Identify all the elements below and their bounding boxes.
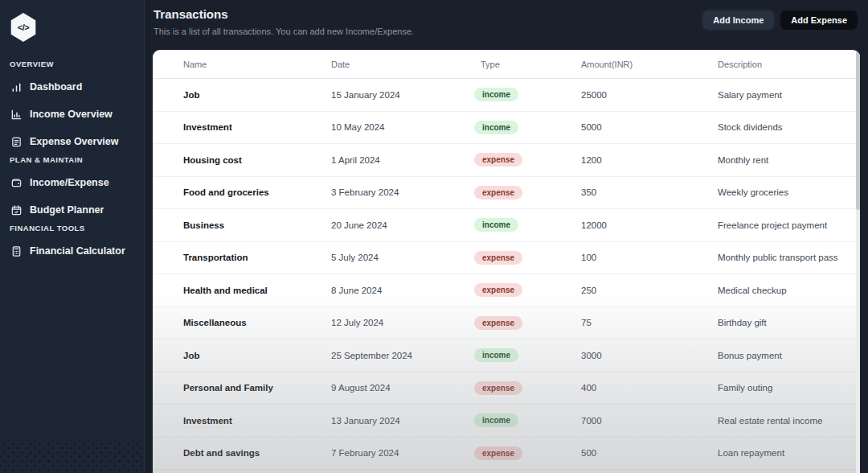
sidebar-item-income-overview[interactable]: Income Overview <box>10 101 134 128</box>
calculator-icon <box>10 245 23 257</box>
scrollbar-thumb[interactable] <box>856 51 860 210</box>
cell-name: Business <box>183 220 331 230</box>
cell-amount: 25000 <box>581 90 718 100</box>
cell-type: income <box>481 348 581 362</box>
table-row[interactable]: Transportation 5 July 2024 expense 100 M… <box>153 242 860 275</box>
cell-type: expense <box>481 316 581 330</box>
table-row[interactable]: Investment 13 January 2024 income 7000 R… <box>153 405 860 438</box>
cell-description: Real estate rental income <box>718 416 860 426</box>
type-badge: income <box>474 348 518 362</box>
table-row[interactable]: Investment 10 May 2024 income 5000 Stock… <box>153 112 860 145</box>
column-header-description: Description <box>718 60 860 69</box>
sidebar-nav: OVERVIEW Dashboard Income Overview Expen… <box>10 60 134 265</box>
type-badge: income <box>474 121 518 134</box>
sidebar-item-financial-calculator[interactable]: Financial Calculator <box>10 237 134 265</box>
chart-column-icon <box>10 109 23 121</box>
sidebar-section-plan-maintain: PLAN & MAINTAIN Income/Expense Budget Pl… <box>10 155 134 224</box>
cell-type: expense <box>481 153 581 167</box>
cell-date: 15 January 2024 <box>331 90 481 100</box>
page-subtitle: This is a list of all transactions. You … <box>154 27 414 36</box>
table-row[interactable]: Debt and savings 7 February 2024 expense… <box>153 438 860 471</box>
cell-description: Freelance project payment <box>718 220 860 230</box>
cell-amount: 250 <box>581 286 718 295</box>
cell-description: Family outing <box>718 383 860 393</box>
cell-amount: 3000 <box>581 351 718 360</box>
cell-type: expense <box>481 381 581 395</box>
sidebar-item-label: Income/Expense <box>30 177 109 188</box>
cell-date: 10 May 2024 <box>331 122 481 132</box>
cell-description: Stock dividends <box>718 122 860 132</box>
cell-description: Birthday gift <box>718 318 860 327</box>
type-badge: expense <box>474 283 522 297</box>
type-badge: expense <box>474 251 522 265</box>
sidebar-item-label: Financial Calculator <box>30 245 125 257</box>
cell-amount: 100 <box>581 253 718 262</box>
cell-type: expense <box>481 446 581 460</box>
bar-chart-icon <box>10 81 23 93</box>
cell-type: income <box>481 218 581 232</box>
cell-description: Loan repayment <box>718 448 860 458</box>
sidebar: </> OVERVIEW Dashboard Income Overview E… <box>0 0 145 473</box>
sidebar-section-overview: OVERVIEW Dashboard Income Overview Expen… <box>10 60 134 155</box>
cell-amount: 350 <box>581 187 718 197</box>
cell-date: 20 June 2024 <box>331 220 481 230</box>
sidebar-item-label: Income Overview <box>30 109 113 120</box>
cell-date: 3 February 2024 <box>331 187 481 197</box>
cell-date: 5 July 2024 <box>331 253 481 262</box>
add-income-button[interactable]: Add Income <box>702 10 774 30</box>
cell-type: income <box>481 413 581 427</box>
cell-description: Weekly groceries <box>718 187 860 197</box>
cell-amount: 7000 <box>581 416 718 426</box>
sidebar-item-income-expense[interactable]: Income/Expense <box>10 169 134 196</box>
cell-date: 9 August 2024 <box>331 383 481 393</box>
sidebar-item-label: Expense Overview <box>30 136 118 147</box>
cell-type: expense <box>481 251 581 265</box>
table-row[interactable]: Housing cost 1 April 2024 expense 1200 M… <box>153 144 860 177</box>
cell-name: Transportation <box>183 253 331 262</box>
cell-date: 1 April 2024 <box>331 155 481 165</box>
cell-description: Bonus payment <box>718 351 860 360</box>
cell-amount: 500 <box>581 448 718 458</box>
cell-type: income <box>481 121 581 134</box>
sidebar-item-dashboard[interactable]: Dashboard <box>10 73 134 101</box>
sidebar-section-label: FINANCIAL TOOLS <box>10 224 134 232</box>
table-row[interactable]: Job 25 September 2024 income 3000 Bonus … <box>153 339 860 372</box>
page-title: Transactions <box>154 7 414 21</box>
cell-description: Monthly rent <box>718 155 860 165</box>
table-body: Job 15 January 2024 income 25000 Salary … <box>153 79 860 470</box>
cell-name: Job <box>183 351 331 360</box>
app-logo[interactable]: </> <box>10 13 37 42</box>
type-badge: income <box>474 88 518 101</box>
sidebar-section-label: PLAN & MAINTAIN <box>10 155 134 164</box>
column-header-amount: Amount(INR) <box>581 60 718 69</box>
main-content: Transactions This is a list of all trans… <box>145 0 868 473</box>
cell-type: expense <box>481 186 581 199</box>
cell-amount: 1200 <box>581 155 718 165</box>
table-header-row: Name Date Type Amount(INR) Description <box>153 50 860 79</box>
cell-amount: 12000 <box>581 220 718 230</box>
cell-description: Salary payment <box>718 90 860 100</box>
add-expense-button[interactable]: Add Expense <box>780 10 858 30</box>
type-badge: income <box>474 218 518 232</box>
type-badge: income <box>474 413 518 427</box>
table-row[interactable]: Personal and Family 9 August 2024 expens… <box>153 372 860 405</box>
type-badge: expense <box>474 153 522 167</box>
table-row[interactable]: Job 15 January 2024 income 25000 Salary … <box>153 79 860 112</box>
cell-date: 7 February 2024 <box>331 448 481 458</box>
cell-description: Monthly public transport pass <box>718 253 860 262</box>
cell-date: 25 September 2024 <box>331 351 481 360</box>
sidebar-section-financial-tools: FINANCIAL TOOLS Financial Calculator <box>10 224 134 265</box>
table-row[interactable]: Food and groceries 3 February 2024 expen… <box>153 177 860 210</box>
calendar-icon <box>10 204 23 216</box>
cell-description: Medical checkup <box>718 286 860 295</box>
report-icon <box>10 136 23 148</box>
sidebar-item-budget-planner[interactable]: Budget Planner <box>10 196 134 224</box>
table-row[interactable]: Miscellaneous 12 July 2024 expense 75 Bi… <box>153 307 860 340</box>
table-row[interactable]: Health and medical 8 June 2024 expense 2… <box>153 274 860 307</box>
cell-amount: 5000 <box>581 122 718 132</box>
cell-name: Personal and Family <box>183 383 331 393</box>
sidebar-item-expense-overview[interactable]: Expense Overview <box>10 128 134 155</box>
header-actions: Add Income Add Expense <box>702 10 858 30</box>
table-scrollbar[interactable] <box>856 50 860 473</box>
table-row[interactable]: Business 20 June 2024 income 12000 Freel… <box>153 209 860 242</box>
